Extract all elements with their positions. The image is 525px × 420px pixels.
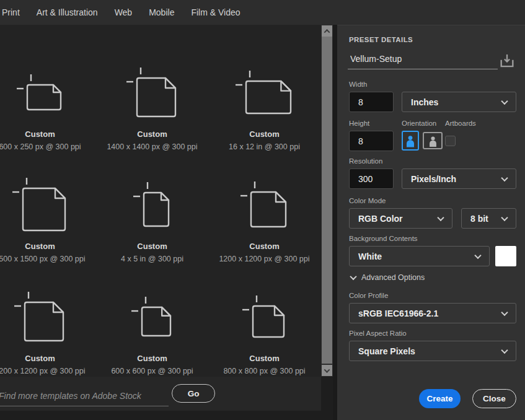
- chevron-down-icon: [324, 367, 330, 373]
- template-card[interactable]: Custom1200 x 1200 px @ 300 ppi: [0, 283, 96, 377]
- preset-details-panel: PRESET DETAILS Width Inches Height Orien…: [337, 25, 525, 420]
- chevron-down-icon: [501, 97, 508, 104]
- chevron-down-icon: [437, 214, 444, 221]
- pixel-aspect-ratio-label: Pixel Aspect Ratio: [349, 330, 407, 337]
- chevron-down-icon: [350, 273, 356, 280]
- resolution-input[interactable]: [349, 168, 394, 189]
- chevron-down-icon: [474, 252, 481, 258]
- resolution-unit-select[interactable]: Pixels/Inch: [402, 168, 516, 189]
- template-name: Custom: [137, 129, 167, 139]
- portrait-person-icon: [405, 134, 416, 147]
- width-label: Width: [349, 81, 367, 88]
- template-dimensions: 1500 x 1500 px @ 300 ppi: [0, 255, 86, 263]
- template-dimensions: 600 x 600 px @ 300 ppi: [111, 367, 193, 375]
- template-page-icon: [12, 283, 68, 352]
- resolution-label: Resolution: [349, 157, 382, 165]
- template-page-icon: [130, 283, 175, 352]
- scroll-down-button[interactable]: [322, 365, 332, 376]
- create-button[interactable]: Create: [419, 389, 461, 408]
- chevron-down-icon: [501, 214, 508, 221]
- artboards-checkbox[interactable]: [445, 136, 456, 146]
- template-name: Custom: [25, 354, 55, 363]
- tab-film-video[interactable]: Film & Video: [191, 7, 240, 17]
- template-name: Custom: [137, 354, 167, 363]
- bit-depth-select[interactable]: 8 bit: [461, 208, 516, 229]
- tab-web[interactable]: Web: [115, 7, 133, 17]
- tab-mobile[interactable]: Mobile: [149, 7, 174, 17]
- template-dimensions: 600 x 250 px @ 300 ppi: [0, 142, 81, 151]
- color-mode-label: Color Mode: [349, 197, 386, 204]
- color-profile-select[interactable]: sRGB IEC61966-2.1: [349, 303, 516, 323]
- template-name: Custom: [25, 129, 55, 139]
- background-contents-label: Background Contents: [349, 235, 418, 242]
- resolution-unit-value: Pixels/Inch: [411, 174, 456, 184]
- color-mode-select[interactable]: RGB Color: [349, 208, 452, 229]
- template-dimensions: 800 x 800 px @ 300 ppi: [223, 367, 305, 375]
- close-button[interactable]: Close: [472, 389, 516, 408]
- background-contents-select[interactable]: White: [349, 246, 490, 266]
- color-profile-label: Color Profile: [349, 292, 388, 299]
- template-card[interactable]: Custom1400 x 1400 px @ 300 ppi: [96, 59, 208, 171]
- scroll-up-button[interactable]: [322, 25, 332, 37]
- template-name: Custom: [249, 129, 279, 139]
- template-dimensions: 1200 x 1200 px @ 300 ppi: [0, 367, 86, 375]
- template-page-icon: [125, 59, 180, 128]
- template-dimensions: 16 x 12 in @ 300 ppi: [229, 142, 300, 151]
- orientation-label: Orientation: [402, 120, 436, 127]
- save-preset-icon[interactable]: [498, 53, 516, 72]
- template-card[interactable]: Custom600 x 250 px @ 300 ppi: [0, 59, 96, 171]
- template-name: Custom: [249, 242, 279, 251]
- category-tab-bar: Print Art & Illustration Web Mobile Film…: [0, 0, 525, 25]
- go-button[interactable]: Go: [172, 384, 215, 403]
- template-page-icon: [11, 171, 70, 240]
- template-page-icon: [234, 59, 296, 128]
- chevron-up-icon: [324, 28, 330, 35]
- template-card[interactable]: Custom4 x 5 in @ 300 ppi: [96, 171, 208, 283]
- preset-name-input[interactable]: [348, 51, 498, 69]
- height-label: Height: [349, 120, 369, 127]
- landscape-person-icon: [428, 135, 438, 147]
- panel-divider: [333, 25, 337, 420]
- chevron-down-icon: [501, 346, 508, 353]
- template-dimensions: 4 x 5 in @ 300 ppi: [121, 255, 183, 263]
- tab-art-illustration[interactable]: Art & Illustration: [37, 7, 98, 17]
- template-panel: Custom600 x 250 px @ 300 ppi Custom1400 …: [0, 25, 321, 377]
- background-contents-value: White: [358, 252, 382, 261]
- color-profile-value: sRGB IEC61966-2.1: [358, 308, 438, 318]
- template-card[interactable]: Custom800 x 800 px @ 300 ppi: [208, 283, 320, 377]
- orientation-portrait-button[interactable]: [402, 131, 419, 151]
- adobe-stock-bar: Go: [0, 377, 321, 411]
- template-page-icon: [15, 59, 66, 128]
- tab-print[interactable]: Print: [2, 7, 20, 17]
- template-page-icon: [240, 283, 289, 352]
- artboards-label: Artboards: [445, 120, 476, 127]
- width-unit-value: Inches: [411, 97, 438, 107]
- width-unit-select[interactable]: Inches: [402, 92, 516, 112]
- template-card[interactable]: Custom1200 x 1200 px @ 300 ppi: [208, 171, 320, 283]
- advanced-options-label: Advanced Options: [361, 273, 425, 282]
- template-dimensions: 1400 x 1400 px @ 300 ppi: [107, 142, 197, 151]
- pixel-aspect-ratio-select[interactable]: Square Pixels: [349, 341, 516, 361]
- template-page-icon: [131, 171, 174, 240]
- template-card[interactable]: Custom600 x 600 px @ 300 ppi: [96, 283, 208, 377]
- template-page-icon: [239, 171, 291, 240]
- template-card[interactable]: Custom16 x 12 in @ 300 ppi: [208, 59, 320, 171]
- orientation-landscape-button[interactable]: [423, 132, 443, 149]
- preset-details-title: PRESET DETAILS: [349, 36, 413, 43]
- width-input[interactable]: [349, 92, 394, 112]
- bit-depth-value: 8 bit: [470, 214, 488, 224]
- template-name: Custom: [25, 242, 55, 251]
- new-document-dialog: Print Art & Illustration Web Mobile Film…: [0, 0, 525, 420]
- height-input[interactable]: [349, 131, 394, 151]
- template-name: Custom: [137, 242, 167, 251]
- template-scrollbar[interactable]: [321, 25, 333, 377]
- background-color-swatch[interactable]: [495, 246, 516, 266]
- pixel-aspect-ratio-value: Square Pixels: [358, 346, 415, 356]
- advanced-options-toggle[interactable]: Advanced Options: [351, 273, 425, 282]
- stock-search-input[interactable]: [0, 385, 169, 406]
- template-name: Custom: [249, 354, 279, 363]
- template-dimensions: 1200 x 1200 px @ 300 ppi: [219, 255, 309, 263]
- scrollbar-thumb[interactable]: [322, 37, 332, 364]
- template-card[interactable]: Custom1500 x 1500 px @ 300 ppi: [0, 171, 96, 283]
- chevron-down-icon: [501, 308, 508, 315]
